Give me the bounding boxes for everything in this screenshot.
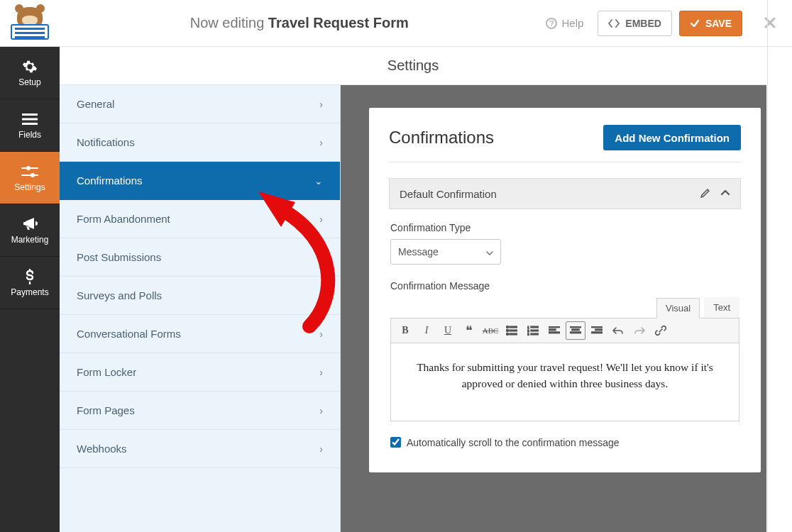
bold-button[interactable]: B (395, 321, 415, 340)
sidenav-label: Payments (11, 287, 48, 297)
auto-scroll-checkbox[interactable] (390, 437, 401, 448)
submenu-item-conversational-forms[interactable]: Conversational Forms › (60, 315, 340, 353)
panel-title: Confirmations (389, 128, 494, 148)
now-editing-heading: Now editing Travel Request Form (60, 15, 539, 31)
svg-rect-14 (531, 330, 539, 331)
align-right-button[interactable] (587, 321, 607, 340)
svg-rect-1 (22, 118, 38, 120)
collapse-icon[interactable] (720, 188, 730, 200)
accordion-title: Default Confirmation (400, 188, 497, 200)
save-button[interactable]: SAVE (679, 11, 742, 36)
chevron-right-icon: › (319, 252, 323, 263)
submenu-item-post-submissions[interactable]: Post Submissions › (60, 238, 340, 277)
submenu-item-surveys-polls[interactable]: Surveys and Polls › (60, 277, 340, 315)
svg-point-3 (26, 166, 31, 170)
chevron-right-icon: › (319, 405, 323, 416)
app-logo[interactable] (0, 0, 60, 47)
editor-toolbar: B I U ❝ ABC 123 (390, 318, 739, 343)
svg-rect-19 (549, 332, 560, 333)
close-icon (764, 16, 776, 29)
auto-scroll-row[interactable]: Automatically scroll to the confirmation… (390, 437, 739, 448)
svg-rect-22 (570, 332, 581, 333)
italic-button[interactable]: I (417, 321, 436, 340)
confirmation-type-value: Message (398, 246, 439, 257)
edit-icon[interactable] (700, 188, 710, 200)
help-link[interactable]: ? Help (539, 13, 590, 33)
submenu-item-form-locker[interactable]: Form Locker › (60, 353, 340, 392)
svg-rect-24 (595, 329, 603, 331)
editor-tab-text[interactable]: Text (704, 297, 739, 318)
submenu-label: Form Locker (77, 366, 136, 378)
confirmations-panel: Confirmations Add New Confirmation Defau… (369, 108, 761, 472)
auto-scroll-label: Automatically scroll to the confirmation… (407, 437, 620, 448)
submenu-item-notifications[interactable]: Notifications › (60, 123, 340, 162)
editing-prefix: Now editing (190, 15, 265, 31)
chevron-down-icon (486, 246, 493, 257)
editor-tab-visual[interactable]: Visual (656, 298, 700, 318)
submenu-label: Post Submissions (77, 251, 161, 263)
page-title: Settings (60, 47, 766, 85)
sliders-icon (21, 164, 39, 179)
blockquote-button[interactable]: ❝ (459, 321, 479, 340)
svg-rect-23 (591, 326, 603, 328)
svg-rect-8 (510, 330, 517, 331)
confirmation-type-select[interactable]: Message (390, 239, 501, 265)
svg-rect-0 (22, 113, 38, 116)
svg-rect-25 (591, 332, 603, 333)
chevron-right-icon: › (319, 137, 323, 148)
svg-text:3: 3 (527, 333, 529, 336)
svg-rect-10 (510, 333, 517, 335)
redo-button[interactable] (629, 321, 649, 340)
svg-rect-12 (531, 326, 539, 328)
submenu-label: Form Pages (77, 404, 135, 416)
close-button[interactable] (758, 9, 782, 37)
embed-label: EMBED (625, 18, 661, 29)
svg-rect-2 (22, 123, 38, 125)
undo-button[interactable] (608, 321, 628, 340)
chevron-down-icon: ⌄ (314, 175, 323, 187)
confirmation-message-editor[interactable]: Thanks for submitting your travel reques… (390, 343, 739, 421)
check-icon (690, 18, 700, 28)
submenu-label: Webhooks (77, 443, 127, 455)
numbered-list-button[interactable]: 123 (523, 321, 543, 340)
submenu-label: Form Abandonment (77, 213, 170, 225)
submenu-label: Surveys and Polls (77, 289, 162, 301)
underline-button[interactable]: U (438, 321, 458, 340)
sidenav-item-settings[interactable]: Settings (0, 152, 60, 204)
submenu-item-form-pages[interactable]: Form Pages › (60, 392, 340, 430)
svg-rect-21 (572, 329, 579, 331)
align-center-button[interactable] (566, 321, 585, 340)
submenu-label: Confirmations (77, 174, 143, 187)
svg-point-9 (507, 333, 509, 336)
sidenav-item-fields[interactable]: Fields (0, 99, 60, 152)
sidenav-item-marketing[interactable]: Marketing (0, 204, 60, 257)
submenu-item-confirmations[interactable]: Confirmations ⌄ (60, 162, 340, 200)
sidenav-label: Fields (18, 130, 41, 140)
svg-rect-6 (510, 326, 517, 328)
embed-button[interactable]: EMBED (598, 11, 672, 36)
confirmation-accordion-header[interactable]: Default Confirmation (389, 178, 741, 209)
bullet-list-button[interactable] (502, 321, 522, 340)
submenu-label: Conversational Forms (77, 328, 181, 340)
save-label: SAVE (705, 18, 732, 29)
dollar-icon (21, 269, 39, 284)
strikethrough-button[interactable]: ABC (480, 321, 500, 340)
submenu-item-webhooks[interactable]: Webhooks › (60, 430, 340, 468)
link-button[interactable] (651, 321, 671, 340)
help-icon: ? (546, 18, 557, 29)
confirmation-message-label: Confirmation Message (390, 280, 739, 292)
list-icon (21, 111, 39, 127)
gear-icon (21, 59, 39, 74)
submenu-item-general[interactable]: General › (60, 85, 340, 123)
align-left-button[interactable] (544, 321, 564, 340)
svg-point-5 (507, 326, 509, 328)
help-label: Help (561, 17, 583, 29)
sidenav-item-payments[interactable]: Payments (0, 257, 60, 309)
svg-point-4 (31, 173, 35, 177)
submenu-item-form-abandonment[interactable]: Form Abandonment › (60, 200, 340, 238)
sidenav-item-setup[interactable]: Setup (0, 47, 60, 99)
add-confirmation-button[interactable]: Add New Confirmation (603, 125, 741, 150)
sidenav-label: Marketing (11, 235, 49, 245)
svg-point-7 (507, 330, 509, 332)
bullhorn-icon (21, 216, 39, 232)
